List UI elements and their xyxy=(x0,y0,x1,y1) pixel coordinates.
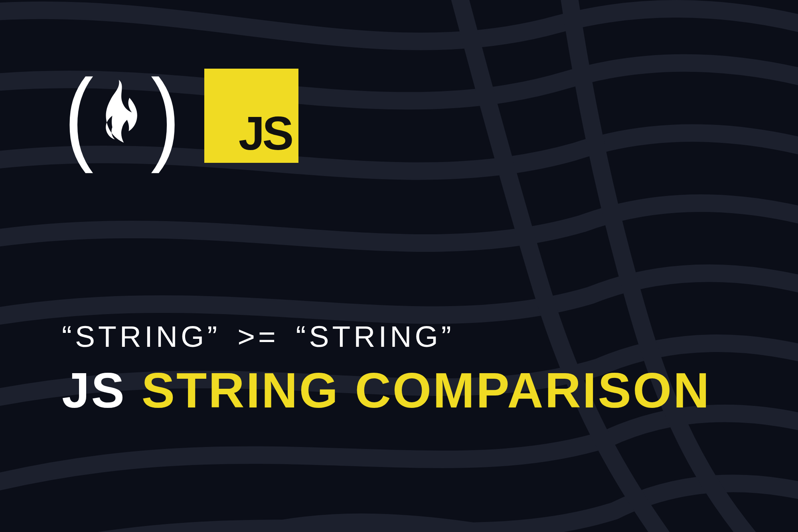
headline-block: “STRING” >= “STRING” JS STRING COMPARISO… xyxy=(62,319,711,416)
title-part-string-comparison: STRING COMPARISON xyxy=(142,362,711,418)
paren-right: ) xyxy=(150,64,176,168)
javascript-badge: JS xyxy=(204,69,298,163)
promo-card: ( ) JS “STRING” >= “STRING” JS STRING CO… xyxy=(0,0,798,532)
paren-left: ( xyxy=(64,64,90,168)
title-text: JS STRING COMPARISON xyxy=(62,364,711,416)
logo-row: ( ) JS xyxy=(62,64,298,168)
freecodecamp-logo: ( ) xyxy=(62,64,179,168)
javascript-badge-label: JS xyxy=(239,106,291,160)
flame-icon xyxy=(94,80,147,152)
title-part-js: JS xyxy=(62,362,142,418)
subtitle-text: “STRING” >= “STRING” xyxy=(62,319,711,354)
